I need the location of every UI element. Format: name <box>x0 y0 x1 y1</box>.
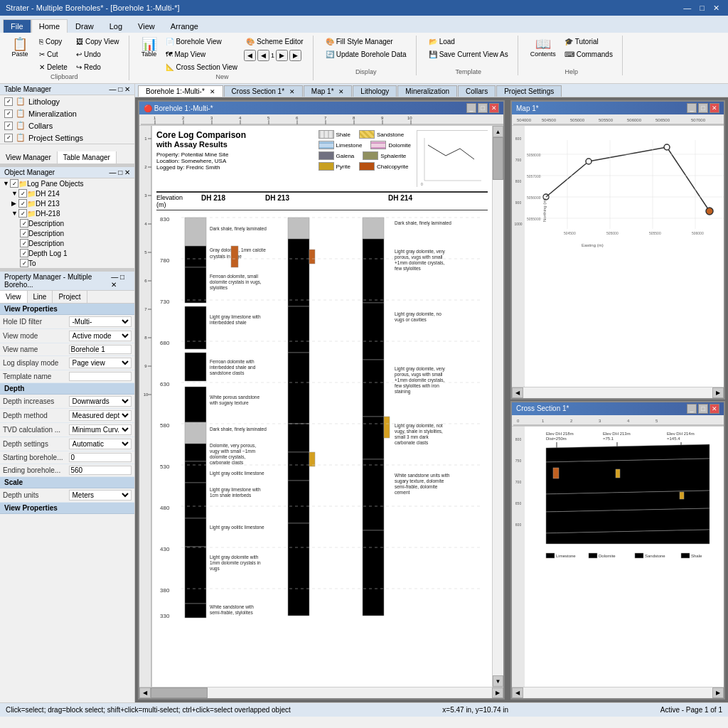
cross-section-view-button[interactable]: 📐 Cross Section View <box>162 61 242 73</box>
scroll-right-btn[interactable]: ▶ <box>492 687 503 698</box>
log-display-mode-select[interactable]: Page view <box>69 358 132 368</box>
map-close[interactable]: ✕ <box>710 103 719 113</box>
tree-item-lithology[interactable]: ✓ 📋 Lithology <box>0 95 134 107</box>
lithology-checkbox[interactable]: ✓ <box>4 97 13 106</box>
depth-log-checkbox[interactable]: ✓ <box>20 249 28 257</box>
tab-file[interactable]: File <box>3 19 31 33</box>
obj-log-pane[interactable]: ▼ ✓ 📁 Log Pane Objects <box>0 178 134 188</box>
to-checkbox[interactable]: ✓ <box>20 259 28 267</box>
content-tab-borehole[interactable]: Borehole 1:-Multi-* ✕ <box>138 85 223 97</box>
xsection-scroll-left[interactable]: ◀ <box>512 687 523 698</box>
tree-item-collars[interactable]: ✓ 📋 Collars <box>0 119 134 132</box>
map-maximize[interactable]: □ <box>698 103 708 113</box>
nav-next-button[interactable]: ▶ <box>276 50 288 61</box>
content-tab-collars[interactable]: Collars <box>458 85 496 97</box>
scheme-editor-button[interactable]: 🎨 Scheme Editor <box>242 36 307 48</box>
map-scroll-left[interactable]: ◀ <box>512 387 523 398</box>
depth-settings-select[interactable]: Automatic <box>69 439 132 449</box>
nav-prev2-button[interactable]: ◀ <box>257 50 269 61</box>
view-properties-footer[interactable]: View Properties <box>0 503 134 514</box>
template-name-input[interactable] <box>69 372 132 381</box>
tab-draw[interactable]: Draw <box>68 19 102 33</box>
tab-table-manager[interactable]: Table Manager <box>58 151 117 164</box>
save-view-button[interactable]: 💾 Save Current View As <box>425 48 512 60</box>
tree-item-project-settings[interactable]: ✓ 📋 Project Settings <box>0 132 134 144</box>
xsection-maximize[interactable]: □ <box>698 404 708 414</box>
map-scroll-right[interactable]: ▶ <box>712 387 724 398</box>
update-borehole-button[interactable]: 🔄 Update Borehole Data <box>322 48 410 60</box>
view-properties-section-header[interactable]: View Properties <box>0 304 134 315</box>
horizontal-scrollbar[interactable]: ◀ ▶ <box>139 687 503 698</box>
scroll-up-btn[interactable]: ▲ <box>493 126 503 137</box>
obj-dh214[interactable]: ▼ ✓ 📁 DH 214 <box>0 188 134 198</box>
minimize-button[interactable]: — <box>680 3 694 14</box>
scroll-down-btn[interactable]: ▼ <box>493 675 503 687</box>
view-mode-select[interactable]: Active mode <box>69 331 132 341</box>
close-cross-section-tab[interactable]: ✕ <box>289 88 295 95</box>
close-map-tab[interactable]: ✕ <box>338 88 344 95</box>
table-button[interactable]: 📊 Table <box>138 36 161 60</box>
nav-prev-button[interactable]: ◀ <box>244 50 256 61</box>
scale-section-header[interactable]: Scale <box>0 477 134 488</box>
map-view-button[interactable]: 🗺 Map View <box>162 48 242 60</box>
tree-item-mineralization[interactable]: ✓ 📋 Mineralization <box>0 107 134 119</box>
content-tab-cross-section[interactable]: Cross Section 1* ✕ <box>224 85 303 97</box>
map-minimize[interactable]: _ <box>687 103 697 113</box>
borehole-maximize[interactable]: □ <box>478 103 488 113</box>
maximize-button[interactable]: □ <box>697 3 707 14</box>
load-button[interactable]: 📂 Load <box>425 36 512 48</box>
commands-button[interactable]: ⌨ Commands <box>561 48 616 60</box>
ending-borehole-input[interactable] <box>69 466 132 475</box>
obj-desc1[interactable]: ✓ Description <box>0 218 134 228</box>
vertical-scrollbar[interactable]: ▲ ▼ <box>492 126 503 687</box>
dh218-checkbox[interactable]: ✓ <box>18 209 27 218</box>
tutorial-button[interactable]: 🎓 Tutorial <box>561 36 616 48</box>
paste-button[interactable]: 📋 Paste <box>6 36 34 60</box>
copy-button[interactable]: ⎘ Copy <box>36 36 71 48</box>
borehole-view-button[interactable]: 📄 Borehole View <box>162 36 242 48</box>
redo-button[interactable]: ↪ Redo <box>73 61 123 73</box>
cut-button[interactable]: ✂ Cut <box>36 48 71 60</box>
map-content[interactable]: Northing (m) Easting (m) <box>525 126 724 387</box>
tab-arrange[interactable]: Arrange <box>163 19 206 33</box>
view-name-input[interactable] <box>69 345 132 354</box>
content-tab-project-settings[interactable]: Project Settings <box>496 85 562 97</box>
log-pane-checkbox[interactable]: ✓ <box>10 179 18 188</box>
xsection-minimize[interactable]: _ <box>687 404 697 414</box>
obj-to[interactable]: ✓ To <box>0 258 134 268</box>
fill-style-manager-button[interactable]: 🎨 Fill Style Manager <box>322 36 410 48</box>
obj-dh213[interactable]: ▶ ✓ 📁 DH 213 <box>0 198 134 208</box>
starting-borehole-input[interactable] <box>69 453 132 462</box>
tvd-calc-select[interactable]: Minimum Curv... <box>69 424 132 435</box>
close-borehole-tab[interactable]: ✕ <box>210 88 215 95</box>
obj-desc3[interactable]: ✓ Description <box>0 238 134 248</box>
desc1-checkbox[interactable]: ✓ <box>20 219 28 228</box>
contents-button[interactable]: 📖 Contents <box>527 36 560 60</box>
project-settings-checkbox[interactable]: ✓ <box>4 134 13 142</box>
obj-depth-log[interactable]: ✓ Depth Log 1 <box>0 248 134 258</box>
xsection-scrollbar-h[interactable]: ◀ ▶ <box>512 687 724 698</box>
depth-units-select[interactable]: Meters <box>69 490 132 500</box>
tab-view-manager[interactable]: View Manager <box>0 151 58 164</box>
dh213-checkbox[interactable]: ✓ <box>18 199 27 208</box>
xsection-scroll-right[interactable]: ▶ <box>712 687 724 698</box>
content-tab-map[interactable]: Map 1* ✕ <box>304 85 352 97</box>
hscroll-thumb[interactable] <box>151 687 208 698</box>
prop-tab-line[interactable]: Line <box>28 291 53 303</box>
content-tab-lithology[interactable]: Lithology <box>353 85 397 97</box>
tab-home[interactable]: Home <box>31 19 68 33</box>
mineralization-checkbox[interactable]: ✓ <box>4 109 13 118</box>
dh214-checkbox[interactable]: ✓ <box>18 189 27 198</box>
delete-button[interactable]: ✕ Delete <box>36 61 71 73</box>
collars-checkbox[interactable]: ✓ <box>4 122 13 130</box>
depth-increases-select[interactable]: Downwards <box>69 396 132 407</box>
xsection-close[interactable]: ✕ <box>710 404 719 414</box>
nav-next2-button[interactable]: ▶ <box>289 50 301 61</box>
scroll-left-btn[interactable]: ◀ <box>139 687 151 698</box>
content-tab-mineralization[interactable]: Mineralization <box>397 85 457 97</box>
obj-desc2[interactable]: ✓ Description <box>0 228 134 238</box>
desc2-checkbox[interactable]: ✓ <box>20 229 28 237</box>
xsection-content[interactable]: Elev DH 218m Dist=250m Elev DH 213m =75.… <box>525 427 724 687</box>
scroll-thumb[interactable] <box>493 137 503 180</box>
prop-tab-view[interactable]: View <box>0 291 28 303</box>
